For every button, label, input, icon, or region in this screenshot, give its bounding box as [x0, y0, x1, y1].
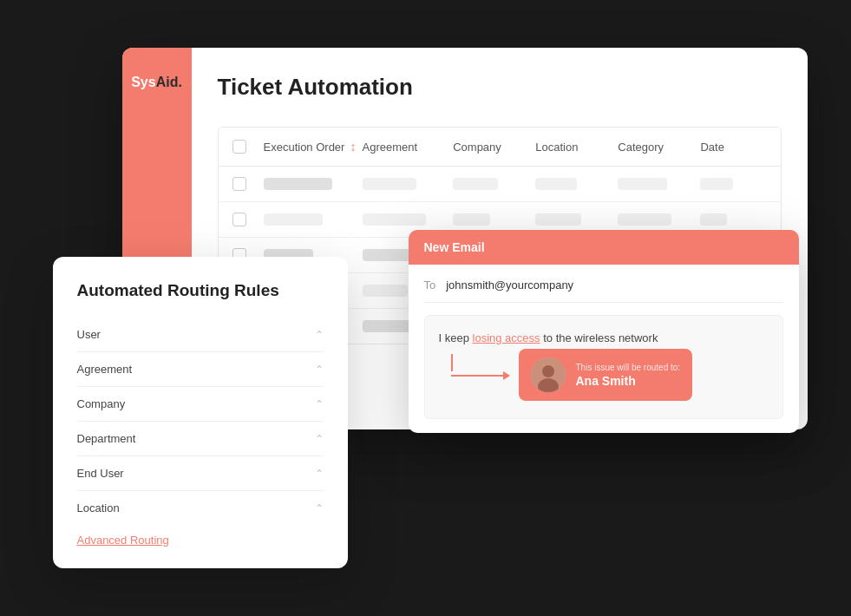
- row-checkbox[interactable]: [232, 177, 246, 191]
- routing-rule-label-end-user: End User: [77, 467, 124, 480]
- scene: SysAid. Ticket Automation Execution Orde…: [53, 48, 799, 568]
- advanced-routing-link[interactable]: Advanced Routing: [77, 534, 169, 547]
- routing-rule-label-department: Department: [77, 432, 136, 445]
- email-message-text: I keep losing access to the wireless net…: [439, 330, 769, 347]
- routing-rule-company[interactable]: Company ⌃: [77, 387, 324, 422]
- routing-label: This issue will be routed to:: [576, 363, 681, 372]
- email-popup-header: New Email: [409, 230, 799, 265]
- logo: SysAid.: [122, 65, 191, 99]
- routing-line-h: [451, 375, 503, 377]
- email-message-before: I keep: [439, 331, 473, 344]
- email-popup-body: To johnsmith@yourcompany I keep losing a…: [409, 265, 799, 433]
- email-popup: New Email To johnsmith@yourcompany I kee…: [409, 230, 799, 433]
- table-header: Execution Order ↕ Agreement Company Loca…: [219, 128, 781, 167]
- sort-icon[interactable]: ↕: [350, 140, 356, 154]
- routing-line-container: [451, 370, 510, 380]
- routing-name: Ana Smith: [576, 374, 681, 388]
- chevron-down-icon-end-user: ⌃: [315, 468, 324, 480]
- logo-sys: Sys: [131, 75, 155, 89]
- routing-rules-card: Automated Routing Rules User ⌃ Agreement…: [53, 257, 348, 568]
- email-message-link: losing access: [473, 331, 540, 344]
- routing-rule-user[interactable]: User ⌃: [77, 318, 324, 352]
- table-row: [219, 167, 781, 202]
- routing-section: This issue will be routed to: Ana Smith: [451, 349, 693, 401]
- col-execution-order: Execution Order ↕: [264, 140, 363, 154]
- routing-line-vertical: [451, 354, 453, 371]
- email-message-box: I keep losing access to the wireless net…: [424, 315, 783, 419]
- routing-info: This issue will be routed to: Ana Smith: [576, 363, 681, 388]
- chevron-down-icon-location: ⌃: [315, 502, 324, 514]
- col-location: Location: [535, 141, 618, 154]
- routing-rule-end-user[interactable]: End User ⌃: [77, 456, 324, 491]
- email-to-row: To johnsmith@yourcompany: [424, 279, 783, 303]
- col-agreement: Agreement: [363, 141, 454, 154]
- routing-line-horizontal: [451, 371, 510, 380]
- routing-rule-agreement[interactable]: Agreement ⌃: [77, 352, 324, 387]
- chevron-down-icon-user: ⌃: [315, 329, 324, 341]
- avatar-svg: [531, 357, 566, 392]
- email-to-value: johnsmith@yourcompany: [446, 279, 573, 292]
- routing-rule-label-user: User: [77, 328, 101, 341]
- chevron-down-icon-agreement: ⌃: [315, 364, 324, 376]
- routing-rule-location[interactable]: Location ⌃: [77, 491, 324, 525]
- page-title: Ticket Automation: [218, 74, 782, 101]
- col-date: Date: [700, 141, 766, 154]
- row-checkbox[interactable]: [232, 213, 246, 226]
- email-to-label: To: [424, 279, 436, 292]
- routing-rule-label-location: Location: [77, 501, 120, 514]
- logo-aid: Aid.: [156, 75, 182, 89]
- routing-rule-label-agreement: Agreement: [77, 363, 133, 376]
- routing-card: This issue will be routed to: Ana Smith: [519, 349, 693, 401]
- col-company: Company: [453, 141, 535, 154]
- routing-rule-department[interactable]: Department ⌃: [77, 422, 324, 456]
- routing-rules-title: Automated Routing Rules: [77, 281, 324, 300]
- email-message-after: to the wireless network: [540, 331, 658, 344]
- select-all-checkbox[interactable]: [232, 140, 246, 154]
- chevron-down-icon-company: ⌃: [315, 398, 324, 410]
- svg-point-1: [542, 365, 554, 377]
- chevron-down-icon-department: ⌃: [315, 433, 324, 445]
- col-category: Category: [618, 141, 700, 154]
- routing-rule-label-company: Company: [77, 397, 126, 410]
- avatar: [531, 357, 566, 392]
- routing-arrow-head-icon: [503, 371, 510, 380]
